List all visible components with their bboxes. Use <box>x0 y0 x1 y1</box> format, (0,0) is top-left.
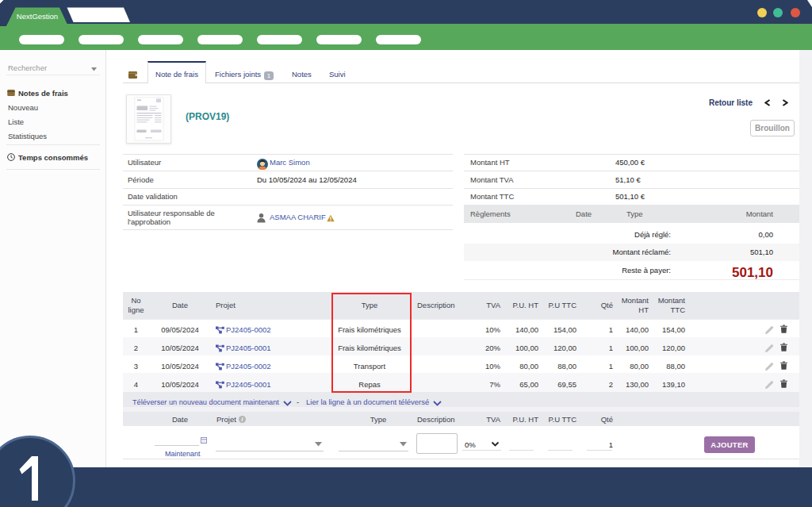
svg-text:NextGestion: NextGestion <box>17 12 58 21</box>
